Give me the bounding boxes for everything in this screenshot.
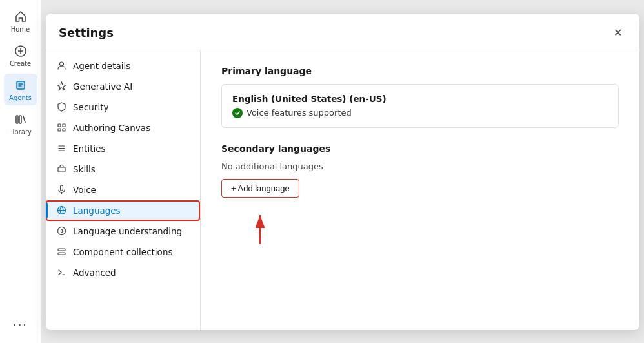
menu-label-component-collections: Component collections bbox=[73, 247, 172, 257]
languages-icon bbox=[56, 205, 66, 216]
settings-header: Settings ✕ bbox=[46, 14, 639, 50]
nav-label-home: Home bbox=[11, 26, 30, 33]
svg-rect-5 bbox=[58, 124, 61, 127]
nav-item-library[interactable]: Library bbox=[4, 108, 37, 140]
menu-label-skills: Skills bbox=[73, 164, 96, 174]
nav-item-create[interactable]: Create bbox=[4, 39, 37, 71]
menu-item-component-collections[interactable]: Component collections bbox=[46, 242, 200, 262]
menu-item-voice[interactable]: Voice bbox=[46, 180, 200, 200]
menu-item-language-understanding[interactable]: Language understanding bbox=[46, 221, 200, 242]
menu-label-security: Security bbox=[73, 102, 108, 112]
no-languages-text: No additional languages bbox=[221, 161, 619, 171]
nav-item-home[interactable]: Home bbox=[4, 5, 37, 37]
svg-rect-1 bbox=[17, 81, 25, 89]
authoring-canvas-icon bbox=[56, 123, 66, 133]
agent-details-icon bbox=[56, 61, 66, 71]
svg-rect-7 bbox=[58, 129, 61, 131]
svg-rect-14 bbox=[58, 253, 65, 255]
primary-language-section-title: Primary language bbox=[221, 66, 619, 76]
menu-item-skills[interactable]: Skills bbox=[46, 159, 200, 180]
svg-point-4 bbox=[59, 62, 63, 66]
menu-label-agent-details: Agent details bbox=[73, 61, 130, 71]
voice-icon bbox=[56, 185, 66, 195]
secondary-language-section-title: Secondary languages bbox=[221, 143, 619, 154]
annotation-arrow bbox=[234, 202, 286, 247]
svg-rect-6 bbox=[63, 124, 65, 127]
nav-label-library: Library bbox=[9, 129, 32, 136]
svg-rect-2 bbox=[16, 116, 18, 123]
menu-label-advanced: Advanced bbox=[73, 267, 116, 278]
nav-label-agents: Agents bbox=[9, 94, 32, 101]
menu-item-security[interactable]: Security bbox=[46, 97, 200, 118]
modal-overlay: Settings ✕ Agent details bbox=[41, 0, 644, 343]
menu-label-generative-ai: Generative AI bbox=[73, 81, 132, 92]
voice-support-text: Voice features supported bbox=[247, 108, 352, 118]
component-collections-icon bbox=[56, 247, 66, 257]
security-icon bbox=[56, 102, 66, 112]
add-language-container: + Add language bbox=[221, 179, 299, 198]
menu-label-languages: Languages bbox=[73, 205, 121, 216]
entities-icon bbox=[56, 143, 66, 154]
agents-icon bbox=[13, 78, 28, 93]
nav-more[interactable]: ··· bbox=[4, 314, 37, 335]
skills-icon bbox=[56, 164, 66, 174]
generative-ai-icon bbox=[56, 81, 66, 92]
svg-rect-13 bbox=[58, 249, 65, 251]
settings-content: Primary language English (United States)… bbox=[201, 50, 639, 330]
settings-sidebar: Agent details Generative AI bbox=[46, 50, 201, 330]
voice-support-indicator: Voice features supported bbox=[232, 108, 608, 118]
menu-item-advanced[interactable]: Advanced bbox=[46, 262, 200, 283]
menu-item-entities[interactable]: Entities bbox=[46, 138, 200, 159]
create-icon bbox=[13, 43, 28, 59]
menu-label-authoring-canvas: Authoring Canvas bbox=[73, 123, 150, 133]
menu-label-entities: Entities bbox=[73, 143, 106, 154]
svg-rect-10 bbox=[60, 185, 63, 191]
nav-item-agents[interactable]: Agents bbox=[4, 74, 37, 105]
nav-label-create: Create bbox=[10, 60, 31, 67]
menu-item-agent-details[interactable]: Agent details bbox=[46, 56, 200, 76]
add-language-button[interactable]: + Add language bbox=[221, 179, 299, 198]
advanced-icon bbox=[56, 267, 66, 278]
menu-item-authoring-canvas[interactable]: Authoring Canvas bbox=[46, 118, 200, 138]
menu-label-language-understanding: Language understanding bbox=[73, 226, 182, 236]
settings-title: Settings bbox=[59, 26, 114, 39]
library-icon bbox=[13, 112, 28, 127]
close-button[interactable]: ✕ bbox=[609, 24, 627, 42]
more-dots-icon: ··· bbox=[13, 318, 28, 331]
settings-body: Agent details Generative AI bbox=[46, 50, 639, 330]
menu-item-languages[interactable]: Languages bbox=[46, 200, 200, 221]
check-icon bbox=[232, 108, 243, 118]
nav-bar: Home Create Agents Library bbox=[0, 0, 41, 343]
svg-rect-9 bbox=[58, 167, 65, 172]
primary-language-card: English (United States) (en-US) Voice fe… bbox=[221, 84, 619, 128]
menu-label-voice: Voice bbox=[73, 185, 96, 195]
settings-panel: Settings ✕ Agent details bbox=[46, 14, 639, 330]
svg-rect-3 bbox=[19, 116, 21, 123]
home-icon bbox=[13, 9, 28, 25]
menu-item-generative-ai[interactable]: Generative AI bbox=[46, 76, 200, 97]
language-understanding-icon bbox=[56, 226, 66, 236]
primary-language-name: English (United States) (en-US) bbox=[232, 94, 608, 104]
svg-rect-8 bbox=[63, 129, 65, 131]
